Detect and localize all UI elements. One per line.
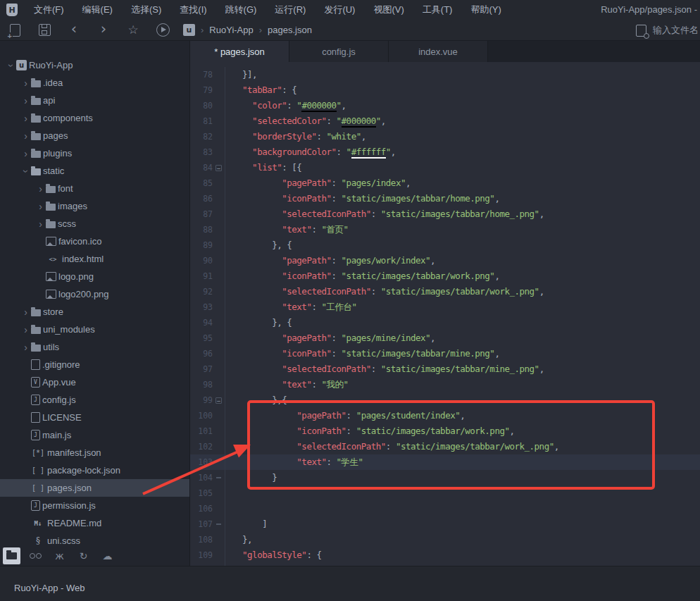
menu-item[interactable]: 帮助(Y) bbox=[461, 0, 510, 20]
tree-chevron-icon[interactable]: › bbox=[35, 202, 46, 211]
menu-item[interactable]: 视图(V) bbox=[364, 0, 413, 20]
fold-marker[interactable] bbox=[213, 516, 225, 532]
code-line[interactable]: 102 "selectedIconPath": "static/images/t… bbox=[190, 439, 700, 454]
code-line[interactable]: 107 ] bbox=[190, 516, 700, 532]
forward-button[interactable]: › bbox=[89, 20, 118, 40]
code-line[interactable]: 78 }], bbox=[190, 67, 700, 82]
file-search[interactable]: 输入文件名 bbox=[635, 20, 700, 41]
code-line[interactable]: 93 "text": "工作台" bbox=[190, 299, 700, 315]
tree-chevron-icon[interactable]: › bbox=[20, 149, 31, 159]
editor-tab[interactable]: * pages.json bbox=[190, 41, 289, 62]
editor-tab[interactable]: index.vue bbox=[389, 41, 488, 62]
folder-icon[interactable] bbox=[3, 547, 20, 564]
code-editor[interactable]: 78 }],79 "tabBar": {80 "color": "#000000… bbox=[190, 62, 700, 566]
tree-item[interactable]: ›utils bbox=[0, 338, 189, 356]
code-line[interactable]: 98 "text": "我的" bbox=[190, 377, 700, 392]
code-line[interactable]: 87 "selectedIconPath": "static/images/ta… bbox=[190, 206, 700, 222]
tree-item[interactable]: [ ]package-lock.json bbox=[0, 461, 189, 479]
code-line[interactable]: 96 "iconPath": "static/images/tabbar/min… bbox=[190, 346, 700, 361]
tree-item[interactable]: [ ]pages.json bbox=[0, 479, 189, 497]
tree-chevron-icon[interactable]: › bbox=[20, 78, 31, 88]
menu-item[interactable]: 查找(I) bbox=[170, 0, 215, 20]
bug-icon[interactable]: ж bbox=[51, 547, 68, 564]
tree-item[interactable]: ›scss bbox=[0, 215, 189, 233]
menu-item[interactable]: 文件(F) bbox=[25, 0, 73, 20]
tree-item[interactable]: ›store bbox=[0, 303, 189, 321]
menu-item[interactable]: 跳转(G) bbox=[216, 0, 266, 20]
code-line[interactable]: 83 "backgroundColor": "#ffffff", bbox=[190, 144, 700, 160]
tree-chevron-icon[interactable]: › bbox=[20, 325, 31, 335]
code-line[interactable]: 88 "text": "首页" bbox=[190, 222, 700, 237]
tree-chevron-icon[interactable]: › bbox=[20, 307, 31, 317]
code-line[interactable]: 109 "globalStyle": { bbox=[190, 547, 700, 563]
code-line[interactable]: 97 "selectedIconPath": "static/images/ta… bbox=[190, 361, 700, 377]
tree-item[interactable]: ›plugins bbox=[0, 144, 189, 162]
save-button[interactable] bbox=[30, 20, 59, 40]
tree-item[interactable]: ›api bbox=[0, 92, 189, 109]
tree-item[interactable]: logo200.png bbox=[0, 285, 189, 303]
code-line[interactable]: 89 }, { bbox=[190, 237, 700, 253]
new-file-button[interactable] bbox=[0, 20, 30, 40]
code-line[interactable]: 90 "pagePath": "pages/work/index", bbox=[190, 253, 700, 268]
code-line[interactable]: 86 "iconPath": "static/images/tabbar/hom… bbox=[190, 191, 700, 206]
breadcrumb-item[interactable]: pages.json bbox=[268, 25, 312, 35]
code-line[interactable]: 85 "pagePath": "pages/index", bbox=[190, 175, 700, 191]
fold-marker[interactable]: − bbox=[213, 160, 225, 175]
code-line[interactable]: 104 } bbox=[190, 470, 700, 485]
code-line[interactable]: 91 "iconPath": "static/images/tabbar/wor… bbox=[190, 268, 700, 284]
tree-chevron-icon[interactable]: › bbox=[6, 60, 16, 70]
code-line[interactable]: 103 "text": "学生" bbox=[190, 454, 700, 470]
tree-chevron-icon[interactable]: › bbox=[20, 96, 31, 106]
run-button[interactable] bbox=[148, 20, 177, 40]
code-line[interactable]: 82 "borderStyle": "white", bbox=[190, 129, 700, 144]
menu-item[interactable]: 工具(T) bbox=[413, 0, 462, 20]
tree-chevron-icon[interactable]: › bbox=[20, 342, 31, 352]
binoculars-icon[interactable] bbox=[27, 547, 44, 564]
star-button[interactable]: ☆ bbox=[118, 20, 148, 40]
code-line[interactable]: 108 }, bbox=[190, 532, 700, 547]
tree-item[interactable]: ›.idea bbox=[0, 74, 189, 92]
tree-item[interactable]: favicon.ico bbox=[0, 233, 189, 250]
tree-item[interactable]: ›images bbox=[0, 197, 189, 215]
tree-item[interactable]: ›uRuoYi-App bbox=[0, 56, 189, 74]
tree-item[interactable]: ›uni_modules bbox=[0, 321, 189, 338]
code-line[interactable]: 92 "selectedIconPath": "static/images/ta… bbox=[190, 284, 700, 299]
code-line[interactable]: 94 }, { bbox=[190, 315, 700, 330]
menu-item[interactable]: 编辑(E) bbox=[73, 0, 122, 20]
tree-item[interactable]: ›font bbox=[0, 180, 189, 197]
tree-chevron-icon[interactable]: › bbox=[20, 131, 31, 141]
code-line[interactable]: 106 bbox=[190, 501, 700, 516]
tree-item[interactable]: ›static bbox=[0, 162, 189, 180]
tree-item[interactable]: Jconfig.js bbox=[0, 391, 189, 409]
breadcrumb-item[interactable]: RuoYi-App bbox=[209, 25, 253, 35]
menu-item[interactable]: 选择(S) bbox=[122, 0, 170, 20]
code-line[interactable]: 105 bbox=[190, 485, 700, 501]
code-line[interactable]: 100 "pagePath": "pages/student/index", bbox=[190, 408, 700, 423]
tree-item[interactable]: [*]manifest.json bbox=[0, 444, 189, 461]
globe-icon[interactable]: ☁ bbox=[99, 547, 116, 564]
code-line[interactable]: 84− "list": [{ bbox=[190, 160, 700, 175]
tree-item[interactable]: <>index.html bbox=[0, 250, 189, 268]
tree-item[interactable]: Jmain.js bbox=[0, 426, 189, 444]
code-line[interactable]: 95 "pagePath": "pages/mine/index", bbox=[190, 330, 700, 346]
tree-item[interactable]: M↓README.md bbox=[0, 514, 189, 532]
code-line[interactable]: 99− },{ bbox=[190, 392, 700, 408]
fold-marker[interactable] bbox=[213, 470, 225, 485]
back-button[interactable]: ‹ bbox=[59, 20, 89, 40]
menu-item[interactable]: 运行(R) bbox=[265, 0, 315, 20]
tree-item[interactable]: .gitignore bbox=[0, 356, 189, 373]
tree-chevron-icon[interactable]: › bbox=[20, 113, 31, 123]
refresh-icon[interactable]: ↻ bbox=[75, 547, 92, 564]
code-line[interactable]: 81 "selectedColor": "#000000", bbox=[190, 113, 700, 129]
tree-item[interactable]: Jpermission.js bbox=[0, 497, 189, 514]
tree-item[interactable]: logo.png bbox=[0, 268, 189, 285]
code-line[interactable]: 80 "color": "#000000", bbox=[190, 98, 700, 113]
code-line[interactable]: 101 "iconPath": "static/images/tabbar/wo… bbox=[190, 423, 700, 439]
tree-chevron-icon[interactable]: › bbox=[35, 184, 46, 194]
tree-chevron-icon[interactable]: › bbox=[21, 166, 31, 176]
tree-item[interactable]: LICENSE bbox=[0, 409, 189, 426]
tree-item[interactable]: VApp.vue bbox=[0, 373, 189, 391]
code-line[interactable]: 79 "tabBar": { bbox=[190, 82, 700, 98]
fold-marker[interactable]: − bbox=[213, 392, 225, 408]
menu-item[interactable]: 发行(U) bbox=[315, 0, 364, 20]
